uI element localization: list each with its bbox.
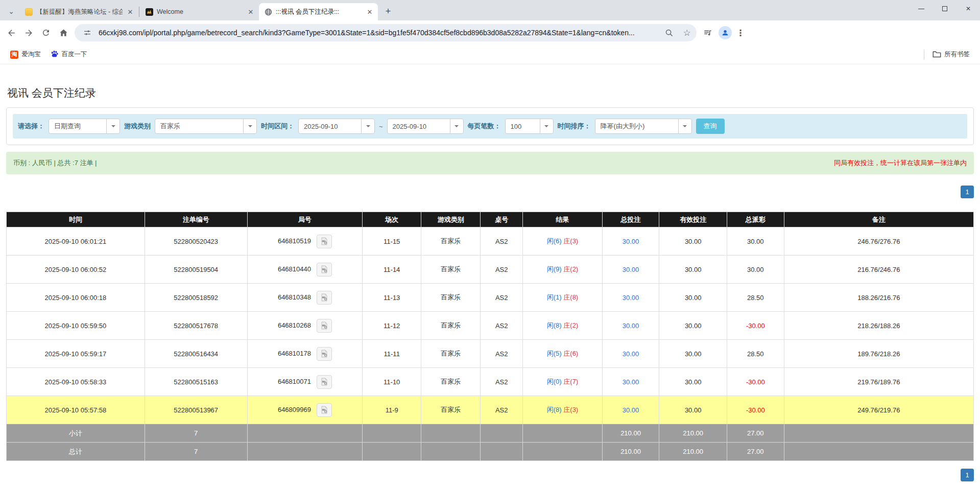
cell-total-bet: 30.00 xyxy=(602,340,659,368)
maximize-window-icon[interactable] xyxy=(933,0,957,17)
cell-total-bet: 30.00 xyxy=(602,227,659,256)
total-bet-link[interactable]: 30.00 xyxy=(623,378,639,386)
result-banker: 庄(7) xyxy=(563,378,578,385)
browser-menu-icon[interactable]: ⋮ xyxy=(734,25,747,41)
cell-bet-no: 522800519504 xyxy=(145,256,247,284)
cell-round: 646809969 xyxy=(247,396,362,424)
globe-favicon-icon xyxy=(264,8,272,16)
pagination-bottom: 1 xyxy=(6,469,974,481)
tab-title: Welcome xyxy=(157,8,243,15)
cell-table-no: AS2 xyxy=(481,396,523,424)
cell-note: 188.26/216.76 xyxy=(784,284,973,312)
cell-round: 646810348 xyxy=(247,284,362,312)
site-settings-tune-icon[interactable] xyxy=(81,26,94,39)
query-type-select[interactable]: 日期查询 xyxy=(49,119,120,134)
column-header-2: 局号 xyxy=(247,212,362,227)
tab-welcome[interactable]: Welcome ✕ xyxy=(140,3,259,20)
cell-payout: -30.00 xyxy=(727,396,784,424)
total-row-empty xyxy=(523,443,602,461)
all-bookmarks-button[interactable]: 所有书签 xyxy=(929,49,973,61)
forward-icon[interactable] xyxy=(20,25,37,41)
date-separator: ~ xyxy=(379,123,383,130)
zoom-magnifier-icon[interactable] xyxy=(662,26,676,39)
cell-table-no: AS2 xyxy=(481,340,523,368)
total-bet-link[interactable]: 30.00 xyxy=(623,238,639,245)
column-header-1: 注单编号 xyxy=(145,212,247,227)
cell-session: 11-13 xyxy=(362,284,421,312)
watch-video-button[interactable] xyxy=(317,403,332,417)
page-size-select[interactable]: 100 xyxy=(505,119,554,134)
subtotal-row-total-bet: 210.00 xyxy=(602,424,659,443)
date-from-value: 2025-09-10 xyxy=(299,119,361,133)
chevron-down-icon xyxy=(678,119,691,133)
profile-avatar[interactable] xyxy=(717,25,733,41)
tab-bet-records[interactable]: :::视讯 会员下注纪录::: ✕ xyxy=(259,3,378,20)
watch-video-button[interactable] xyxy=(317,291,332,305)
media-controls-icon[interactable] xyxy=(700,25,716,41)
reload-icon[interactable] xyxy=(38,25,54,41)
watch-video-button[interactable] xyxy=(317,235,332,248)
search-button[interactable]: 查询 xyxy=(696,119,725,134)
table-row: 2025-09-10 05:58:33522800515163646810071… xyxy=(7,368,974,396)
chevron-down-icon xyxy=(243,119,256,133)
cell-bet-no: 522800518592 xyxy=(145,284,247,312)
cell-time: 2025-09-10 05:57:58 xyxy=(7,396,145,424)
tab-search-chevron-icon[interactable]: ⌄ xyxy=(4,4,18,18)
close-window-icon[interactable]: ✕ xyxy=(957,0,980,17)
subtotal-row-label: 小计 xyxy=(7,424,145,443)
column-header-7: 总投注 xyxy=(602,212,659,227)
close-tab-icon[interactable]: ✕ xyxy=(366,8,374,16)
total-row-empty xyxy=(421,443,481,461)
new-tab-button[interactable]: + xyxy=(381,4,395,18)
watch-video-button[interactable] xyxy=(317,319,332,333)
bookmark-taobao[interactable]: 淘 爱淘宝 xyxy=(7,49,44,60)
close-tab-icon[interactable]: ✕ xyxy=(247,8,255,16)
address-bar[interactable]: 66cxkj98.com/ipl/portal.php/game/betreco… xyxy=(75,24,697,41)
result-player: 闲(6) xyxy=(547,237,562,245)
close-tab-icon[interactable]: ✕ xyxy=(126,8,134,16)
total-bet-link[interactable]: 30.00 xyxy=(623,266,639,273)
watch-video-button[interactable] xyxy=(317,347,332,361)
cell-game-type: 百家乐 xyxy=(421,340,481,368)
cell-result: 闲(0) 庄(7) xyxy=(523,368,602,396)
cell-round: 646810519 xyxy=(247,227,362,256)
page-1-button[interactable]: 1 xyxy=(961,469,974,481)
home-icon[interactable] xyxy=(55,25,71,41)
cell-time: 2025-09-10 05:59:50 xyxy=(7,312,145,340)
sort-order-select[interactable]: 降幂(由大到小) xyxy=(595,119,692,134)
total-bet-link[interactable]: 30.00 xyxy=(623,322,639,330)
date-from-select[interactable]: 2025-09-10 xyxy=(298,119,375,134)
back-icon[interactable] xyxy=(3,25,19,41)
date-to-value: 2025-09-10 xyxy=(388,119,450,133)
cell-session: 11-9 xyxy=(362,396,421,424)
cell-time: 2025-09-10 06:01:21 xyxy=(7,227,145,256)
subtotal-row-valid-bet: 210.00 xyxy=(659,424,727,443)
page-1-button[interactable]: 1 xyxy=(961,186,974,198)
column-header-0: 时间 xyxy=(7,212,145,227)
watch-video-button[interactable] xyxy=(317,263,332,276)
cell-payout: -30.00 xyxy=(727,312,784,340)
subtotal-row-payout: 27.00 xyxy=(727,424,784,443)
total-row-label: 总计 xyxy=(7,443,145,461)
bookmark-star-icon[interactable]: ☆ xyxy=(680,26,694,39)
cell-result: 闲(9) 庄(2) xyxy=(523,256,602,284)
folder-icon xyxy=(933,50,941,59)
cell-bet-no: 522800513967 xyxy=(145,396,247,424)
cell-payout: 28.50 xyxy=(727,340,784,368)
game-type-select[interactable]: 百家乐 xyxy=(155,119,257,134)
cell-note: 189.76/218.26 xyxy=(784,340,973,368)
total-bet-link[interactable]: 30.00 xyxy=(623,294,639,302)
bookmark-baidu[interactable]: 百度一下 xyxy=(47,48,90,61)
date-to-select[interactable]: 2025-09-10 xyxy=(387,119,464,134)
all-bookmarks-label: 所有书签 xyxy=(944,50,970,59)
column-header-4: 游戏类别 xyxy=(421,212,481,227)
table-row: 2025-09-10 05:57:58522800513967646809969… xyxy=(7,396,974,424)
watch-video-button[interactable] xyxy=(317,375,332,389)
minimize-window-icon[interactable]: — xyxy=(910,0,933,17)
total-bet-link[interactable]: 30.00 xyxy=(623,406,639,414)
total-bet-link[interactable]: 30.00 xyxy=(623,350,639,358)
url-text[interactable]: 66cxkj98.com/ipl/portal.php/game/betreco… xyxy=(99,29,658,37)
column-header-10: 备注 xyxy=(784,212,973,227)
tab-forum[interactable]: 【新提醒】海燕策略论坛 - 综合 ✕ xyxy=(19,3,138,20)
cell-game-type: 百家乐 xyxy=(421,227,481,256)
